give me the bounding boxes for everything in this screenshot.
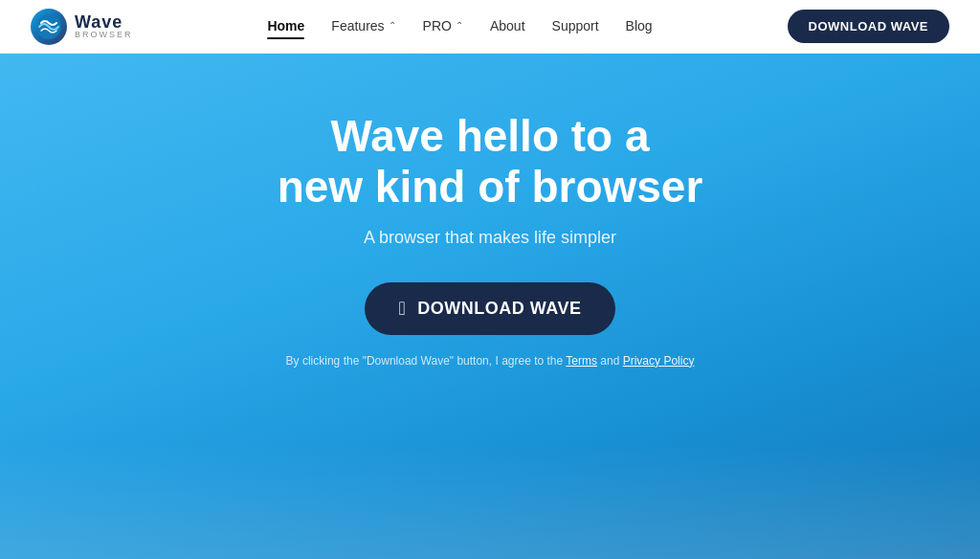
logo[interactable]: Wave BROWSER — [31, 9, 133, 45]
nav-home[interactable]: Home — [267, 18, 304, 35]
logo-text: Wave BROWSER — [75, 13, 133, 39]
brand-sub: BROWSER — [75, 31, 133, 39]
navbar: Wave BROWSER Home Features ⌃ PRO ⌃ About… — [0, 0, 980, 54]
privacy-link[interactable]: Privacy Policy — [623, 354, 695, 368]
hero-heading: Wave hello to a new kind of browser — [203, 111, 777, 212]
nav-support[interactable]: Support — [552, 18, 599, 35]
brand-name: Wave — [75, 13, 133, 31]
logo-icon — [31, 9, 67, 45]
nav-features[interactable]: Features ⌃ — [331, 18, 395, 35]
nav-pro[interactable]: PRO ⌃ — [423, 18, 463, 35]
hero-subtitle: A browser that makes life simpler — [19, 228, 961, 248]
pro-chevron-icon: ⌃ — [456, 20, 463, 31]
hero-download-button[interactable]:  DOWNLOAD WAVE — [365, 282, 616, 335]
apple-icon:  — [399, 298, 407, 320]
features-chevron-icon: ⌃ — [389, 20, 396, 31]
nav-download-button[interactable]: DOWNLOAD WAVE — [788, 10, 949, 43]
nav-blog[interactable]: Blog — [626, 18, 653, 35]
hero-legal-text: By clicking the "Download Wave" button, … — [19, 354, 961, 368]
terms-link[interactable]: Terms — [566, 354, 597, 368]
hero-section: Wave hello to a new kind of browser A br… — [0, 54, 980, 559]
nav-links: Home Features ⌃ PRO ⌃ About Support Blog — [267, 18, 652, 35]
nav-about[interactable]: About — [490, 18, 525, 35]
